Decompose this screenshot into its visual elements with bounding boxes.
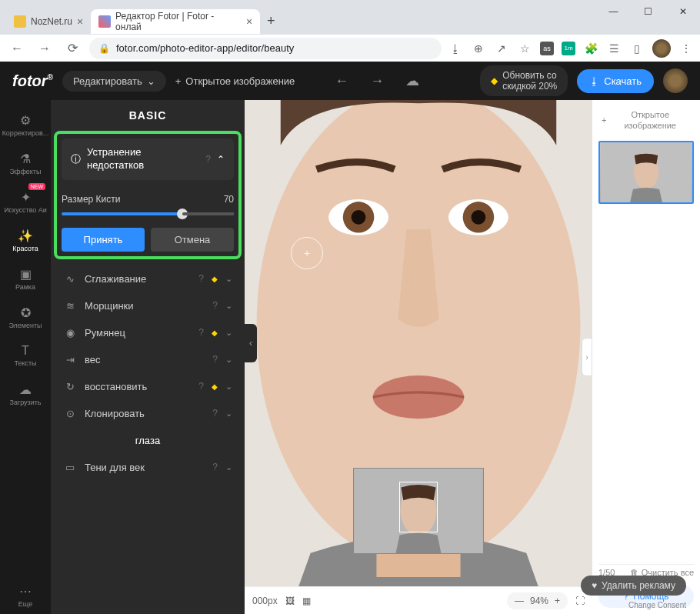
flask-icon: ⚗ [20,152,31,166]
rail-elements[interactable]: ✪Элементы [2,299,48,335]
promo-line1: Обновить со [502,70,557,81]
tool-blemish-fix: ⓘ Устранение недостатков ? ⌃ [62,138,234,180]
cloud-button[interactable]: ☁ [399,72,425,89]
user-avatar[interactable] [663,68,688,93]
tab-close-icon[interactable]: × [246,15,252,28]
accept-button[interactable]: Принять [62,228,145,252]
help-icon[interactable]: ? [198,381,204,392]
chevron-down-icon: ⌄ [147,75,155,87]
help-icon[interactable]: ? [212,300,218,311]
share-icon[interactable]: ↗ [494,41,509,56]
sparkle-icon: ✦ [21,190,31,205]
restore-icon: ↻ [63,381,77,392]
open-label: Открытое изображение [185,75,295,87]
image-thumbnail[interactable] [598,141,694,204]
tool-header[interactable]: ⓘ Устранение недостатков ? ⌃ [71,146,225,172]
app-topbar: fotor® Редактировать ⌄ + Открытое изобра… [0,62,700,100]
url-text: fotor.com/photo-editor-app/editor/beauty [116,42,294,54]
download-icon[interactable]: ⭳ [448,41,463,56]
expand-panel-handle[interactable]: › [582,338,592,376]
edit-label: Редактировать [73,75,142,87]
back-button[interactable]: ← [6,38,28,59]
rail-upload[interactable]: ☁Загрузить [2,375,48,412]
rail-beauty[interactable]: ✨Красота [2,222,48,259]
zoom-out-button[interactable]: — [515,596,524,606]
tool-wrinkles[interactable]: ≋Морщинки?⌄ [51,292,245,319]
help-icon[interactable]: ? [198,273,204,284]
extensions-icon[interactable]: 🧩 [583,41,598,56]
reading-list-icon[interactable]: ☰ [606,41,622,56]
browser-tab-active[interactable]: Редактор Fotor | Fotor - онлай × [91,9,260,34]
cancel-button[interactable]: Отмена [151,228,234,252]
rail-effects[interactable]: ⚗Эффекты [2,145,48,182]
tool-blush[interactable]: ◉Румянец?◆⌄ [51,319,245,346]
reload-button[interactable]: ⟳ [62,38,83,59]
tab-close-icon[interactable]: × [77,15,83,28]
url-input[interactable]: 🔒 fotor.com/photo-editor-app/editor/beau… [89,38,442,59]
tool-smoothing[interactable]: ∿Сглаживание?◆⌄ [51,265,245,292]
download-button[interactable]: ⭳ Скачать [577,69,654,93]
tool-restore[interactable]: ↻восстановить?◆⌄ [51,373,245,400]
tool-eyeshadow[interactable]: ▭Тени для век?⌄ [51,454,245,481]
lock-icon: 🔒 [98,43,110,54]
redo-button[interactable]: → [364,73,390,89]
rail-more[interactable]: ⋯Еще [2,577,48,614]
image-icon[interactable]: 🖼 [285,596,295,606]
forward-button[interactable]: → [34,38,55,59]
change-consent-link[interactable]: Change Consent [628,601,686,609]
remove-ads-button[interactable]: ♥ Удалить рекламу [581,576,686,596]
dots-icon: ⋯ [19,584,32,599]
heart-icon: ♥ [592,580,597,591]
fit-icon[interactable]: ⛶ [575,596,585,606]
tool-weight[interactable]: ⇥вес?⌄ [51,346,245,373]
rail-text[interactable]: TТексты [2,337,48,374]
fotor-logo[interactable]: fotor® [12,72,53,90]
diamond-icon: ◆ [212,382,218,391]
zoom-icon[interactable]: ⊕ [471,41,486,56]
help-icon[interactable]: ? [205,154,211,165]
browser-tab[interactable]: NozNet.ru × [6,9,91,34]
edit-dropdown[interactable]: Редактировать ⌄ [62,71,166,92]
download-icon: ⭳ [589,75,599,87]
collapse-panel-handle[interactable]: ‹ [245,324,257,362]
chevron-down-icon: ⌄ [225,274,232,284]
left-rail: ⚙Корректиров... ⚗Эффекты NEW✦Искусство А… [0,100,51,614]
rail-adjust[interactable]: ⚙Корректиров... [2,106,48,143]
help-icon[interactable]: ? [212,408,218,419]
open-image-link[interactable]: + Открытое изображение [598,106,694,135]
brush-cursor: + [291,237,323,269]
chevron-up-icon[interactable]: ⌃ [217,154,225,165]
ext-badge-icon[interactable]: as [540,42,554,55]
menu-icon[interactable]: ⋮ [678,41,694,56]
ext-badge-icon[interactable]: 1m [562,42,575,55]
undo-button[interactable]: ← [328,73,355,89]
brush-slider-area: Размер Кисти 70 Принять Отмена [57,185,238,256]
bookmark-icon[interactable]: ▯ [629,41,645,56]
help-icon[interactable]: ? [212,462,218,472]
open-image-button[interactable]: + Открытое изображение [175,75,295,87]
cloud-icon: ☁ [19,382,32,397]
rail-frame[interactable]: ▣Рамка [2,260,48,297]
slider-thumb[interactable] [177,209,188,219]
star-icon[interactable]: ☆ [517,41,532,56]
promo-button[interactable]: ◆ Обновить со скидкой 20% [480,65,568,97]
help-icon[interactable]: ? [198,327,204,338]
profile-avatar[interactable] [652,39,671,58]
slider-label: Размер Кисти [62,194,120,205]
layers-icon[interactable]: ▦ [302,596,311,606]
brush-size-slider[interactable] [62,212,234,215]
help-icon[interactable]: ? [212,354,218,365]
tools-header: BASIC [51,100,245,131]
chevron-down-icon: ⌄ [225,328,232,338]
tool-clone[interactable]: ⊙Клонировать?⌄ [51,400,245,427]
rail-ai-art[interactable]: NEW✦Искусство Аи [2,183,48,220]
weight-icon: ⇥ [63,354,77,365]
minimap[interactable] [353,468,484,554]
new-tab-button[interactable]: + [260,11,282,32]
canvas[interactable]: ‹ + [245,100,592,586]
zoom-in-button[interactable]: + [555,596,560,606]
download-label: Скачать [604,75,642,87]
browser-chrome: — ☐ ✕ NozNet.ru × Редактор Fotor | Fotor… [0,0,700,62]
minimap-viewport[interactable] [399,482,438,532]
sliders-icon: ⚙ [20,113,31,128]
